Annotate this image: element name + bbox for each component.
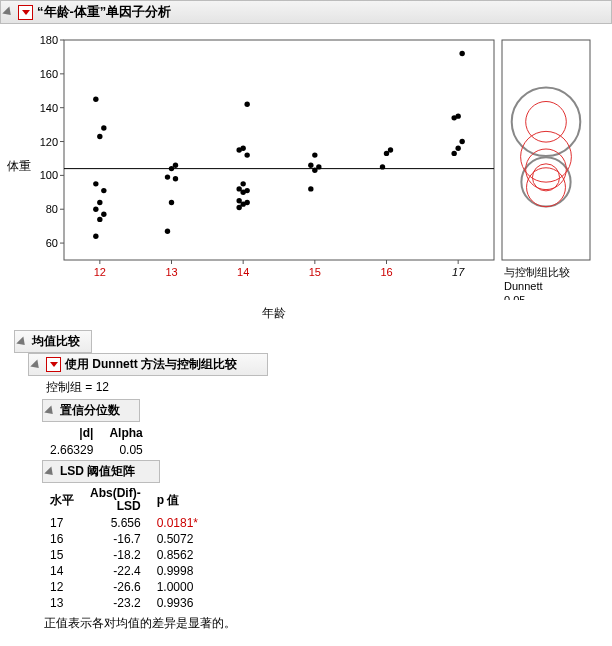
svg-point-66 [459,139,464,144]
cell-level: 17 [46,515,86,531]
cell-p: 0.9936 [153,595,210,611]
svg-point-30 [101,212,106,217]
confidence-quantile-table: |d| Alpha 2.66329 0.05 [46,424,155,458]
table-row: 16-16.70.5072 [46,531,210,547]
dunnett-header[interactable]: 使用 Dunnett 方法与控制组比较 [28,353,268,376]
cell-alpha: 0.05 [105,442,154,458]
oneway-chart: 体重 6080100120140160180121314151617与控制组比较… [4,30,608,303]
svg-point-43 [173,163,178,168]
svg-point-59 [308,163,313,168]
svg-point-38 [165,229,170,234]
hotspot-icon[interactable] [18,5,33,20]
disclosure-icon[interactable] [2,6,14,18]
table-row: 13-23.20.9936 [46,595,210,611]
svg-point-46 [244,200,249,205]
svg-text:15: 15 [309,266,321,278]
col-p: p 值 [153,485,210,515]
lsd-matrix-header[interactable]: LSD 阈值矩阵 [42,460,160,483]
cell-p: 0.5072 [153,531,210,547]
svg-text:17: 17 [452,266,465,278]
svg-point-47 [236,198,241,203]
cell-diff: -23.2 [86,595,153,611]
cell-diff: 5.656 [86,515,153,531]
cell-diff: -18.2 [86,547,153,563]
cell-p: 0.0181* [153,515,210,531]
cell-diff: -26.6 [86,579,153,595]
svg-point-35 [97,134,102,139]
svg-point-49 [244,188,249,193]
compare-means-header[interactable]: 均值比较 [14,330,92,353]
y-axis-label: 体重 [4,30,34,303]
table-row: 15-18.20.8562 [46,547,210,563]
disclosure-icon[interactable] [44,466,56,478]
svg-point-50 [236,186,241,191]
confidence-quantile-header[interactable]: 置信分位数 [42,399,140,422]
svg-point-60 [312,152,317,157]
svg-text:100: 100 [40,169,58,181]
svg-point-36 [101,125,106,130]
cell-diff: -22.4 [86,563,153,579]
svg-point-58 [316,164,321,169]
svg-text:180: 180 [40,34,58,46]
svg-point-75 [526,149,567,190]
svg-point-63 [388,147,393,152]
scatter-plot[interactable]: 6080100120140160180121314151617与控制组比较Dun… [34,30,594,300]
disclosure-icon[interactable] [16,336,28,348]
svg-point-37 [93,97,98,102]
svg-point-56 [308,186,313,191]
svg-point-41 [165,174,170,179]
svg-point-52 [244,152,249,157]
svg-point-34 [93,181,98,186]
svg-point-65 [455,146,460,151]
disclosure-icon[interactable] [44,405,56,417]
compare-means-title: 均值比较 [32,333,80,350]
lsd-matrix-title: LSD 阈值矩阵 [60,463,135,480]
svg-text:140: 140 [40,102,58,114]
lsd-threshold-table: 水平 Abs(Dif)-LSD p 值 175.6560.0181*16-16.… [46,485,210,611]
svg-point-32 [97,200,102,205]
col-d: |d| [46,424,105,442]
svg-point-51 [240,181,245,186]
svg-text:0.05: 0.05 [504,294,525,300]
svg-point-72 [512,87,581,156]
svg-point-29 [97,217,102,222]
svg-point-28 [93,234,98,239]
cell-p: 0.9998 [153,563,210,579]
svg-point-40 [173,176,178,181]
svg-point-69 [459,51,464,56]
main-outline-header[interactable]: “年龄-体重”单因子分析 [0,0,612,24]
col-level: 水平 [46,485,86,515]
svg-point-64 [451,151,456,156]
svg-rect-70 [502,40,590,260]
disclosure-icon[interactable] [30,359,42,371]
col-diff: Abs(Dif)-LSD [86,485,153,515]
cell-p: 1.0000 [153,579,210,595]
dunnett-title: 使用 Dunnett 方法与控制组比较 [65,356,237,373]
svg-point-61 [380,164,385,169]
table-row: 175.6560.0181* [46,515,210,531]
cell-level: 13 [46,595,86,611]
cell-level: 16 [46,531,86,547]
svg-text:16: 16 [380,266,392,278]
cell-d: 2.66329 [46,442,105,458]
svg-point-77 [526,101,567,142]
svg-text:与控制组比较: 与控制组比较 [504,266,570,278]
svg-text:14: 14 [237,266,249,278]
cell-level: 12 [46,579,86,595]
hotspot-icon[interactable] [46,357,61,372]
cell-p: 0.8562 [153,547,210,563]
svg-text:13: 13 [165,266,177,278]
control-group-text: 控制组 = 12 [42,376,612,399]
table-row: 2.66329 0.05 [46,442,155,458]
lsd-footnote: 正值表示各对均值的差异是显著的。 [28,613,612,636]
svg-text:120: 120 [40,136,58,148]
cell-level: 15 [46,547,86,563]
svg-text:60: 60 [46,237,58,249]
svg-point-33 [101,188,106,193]
svg-point-39 [169,200,174,205]
svg-point-68 [455,113,460,118]
svg-text:160: 160 [40,68,58,80]
table-row: 12-26.61.0000 [46,579,210,595]
col-alpha: Alpha [105,424,154,442]
confidence-quantile-title: 置信分位数 [60,402,120,419]
